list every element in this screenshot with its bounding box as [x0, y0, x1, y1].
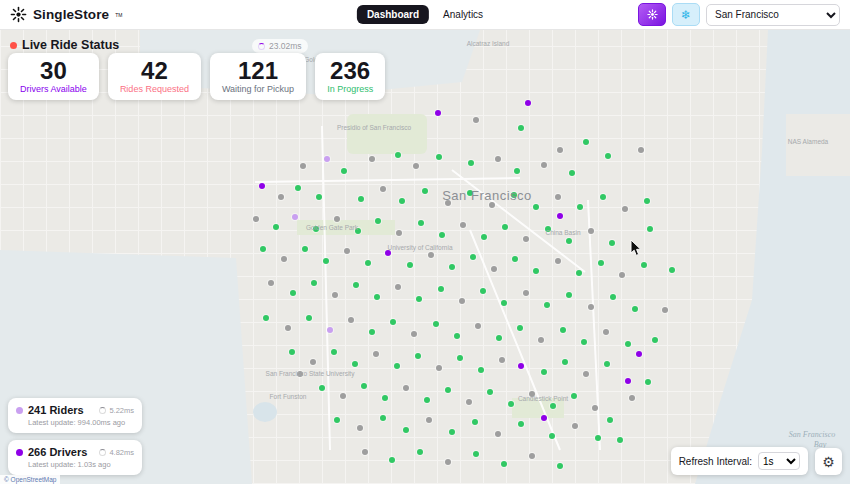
drivers-latency: 4.82ms [99, 448, 134, 457]
drivers-legend-card: 266 Drivers 4.82ms Latest update: 1.03s … [8, 440, 142, 475]
nav-right: ❄ San Francisco [638, 3, 840, 26]
drivers-last-update: Latest update: 1.03s ago [16, 460, 134, 469]
riders-dot [16, 407, 23, 414]
drivers-dot [16, 449, 23, 456]
refresh-select[interactable]: 1s [758, 452, 800, 470]
stats-row: 30 Drivers Available 42 Rides Requested … [8, 53, 385, 100]
snowflake-db-toggle[interactable]: ❄ [672, 3, 700, 26]
city-select[interactable]: San Francisco [706, 4, 840, 26]
brand: SingleStore TM [10, 6, 122, 23]
riders-count: 241 Riders [28, 404, 84, 416]
stat-card-rides-requested: 42 Rides Requested [108, 53, 201, 100]
stat-label: Rides Requested [120, 84, 189, 94]
drivers-count: 266 Drivers [28, 446, 87, 458]
top-nav: SingleStore TM Dashboard Analytics ❄ San… [0, 0, 850, 30]
live-status-dot [10, 42, 17, 49]
singlestore-logo-icon [10, 6, 27, 23]
stat-value: 121 [222, 58, 294, 83]
riders-legend-card: 241 Riders 5.22ms Latest update: 994.00m… [8, 398, 142, 433]
latency-spinner-icon [99, 449, 106, 456]
stat-card-in-progress: 236 In Progress [315, 53, 385, 100]
settings-button[interactable]: ⚙ [815, 448, 842, 475]
stat-value: 236 [327, 58, 373, 83]
singlestore-db-toggle[interactable] [638, 3, 666, 26]
gear-icon: ⚙ [822, 454, 835, 470]
page-title: Live Ride Status [22, 38, 119, 52]
query-latency-badge: 23.02ms [252, 39, 308, 53]
live-ride-status-header: Live Ride Status [10, 38, 119, 52]
singlestore-toggle-icon [647, 9, 658, 20]
riders-last-update: Latest update: 994.00ms ago [16, 418, 134, 427]
stat-value: 42 [120, 58, 189, 83]
map-attribution[interactable]: © OpenStreetMap [0, 475, 60, 484]
latency-value: 23.02ms [269, 41, 302, 51]
snowflake-icon: ❄ [681, 9, 691, 21]
stat-label: Drivers Available [20, 84, 87, 94]
latency-spinner-icon [99, 407, 106, 414]
riders-latency: 5.22ms [99, 406, 134, 415]
brand-name: SingleStore [33, 7, 109, 22]
stat-value: 30 [20, 58, 87, 83]
latency-spinner-icon [258, 43, 265, 50]
stat-label: In Progress [327, 84, 373, 94]
mouse-cursor [630, 239, 642, 261]
tab-dashboard[interactable]: Dashboard [357, 5, 429, 24]
refresh-interval-label: Refresh Interval: [679, 456, 752, 467]
stat-label: Waiting for Pickup [222, 84, 294, 94]
tab-analytics[interactable]: Analytics [433, 5, 493, 24]
brand-trademark: TM [115, 12, 122, 18]
stat-card-waiting-for-pickup: 121 Waiting for Pickup [210, 53, 306, 100]
refresh-interval-control: Refresh Interval: 1s [671, 447, 808, 475]
stat-card-drivers-available: 30 Drivers Available [8, 53, 99, 100]
nav-tabs: Dashboard Analytics [357, 5, 493, 24]
